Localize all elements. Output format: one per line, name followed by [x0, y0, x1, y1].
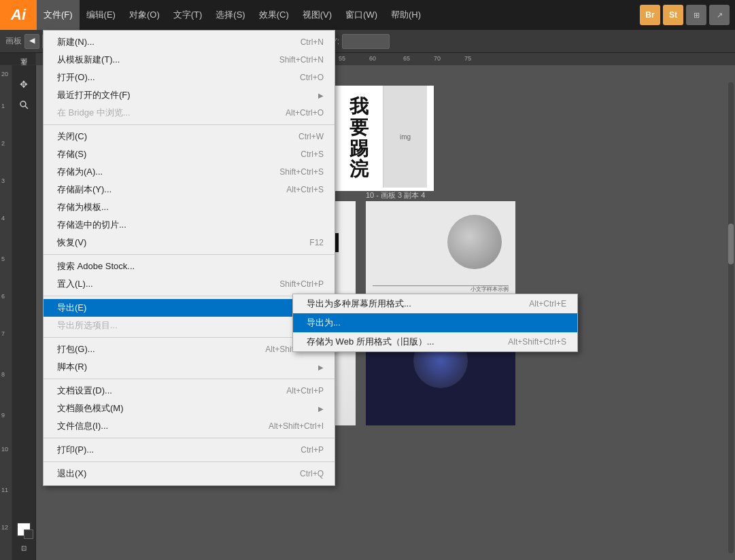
menu-section-docsettings: 文档设置(D)... Alt+Ctrl+P 文档颜色模式(M) ▶ 文件信息(I… — [44, 379, 335, 438]
mi-export[interactable]: 导出(E) ▶ — [44, 299, 335, 317]
mi-open[interactable]: 打开(O)... Ctrl+O — [44, 69, 335, 86]
emi-saveweb-label: 存储为 Web 所用格式（旧版）... — [307, 336, 508, 348]
mi-docsetup-shortcut: Alt+Ctrl+P — [286, 386, 324, 396]
artboard-10: 10 - 画板 3 副本 4 小文字样本示例 — [366, 201, 515, 307]
emi-export-as[interactable]: 导出为... — [293, 313, 577, 332]
tool-hand[interactable]: ✥ — [14, 75, 33, 94]
mi-new-template-shortcut: Shift+Ctrl+N — [279, 55, 324, 65]
vruler-label6: 5 — [1, 256, 5, 262]
menu-section-new: 新建(N)... Ctrl+N 从模板新建(T)... Shift+Ctrl+N… — [44, 31, 335, 125]
artboard-10-label: 10 - 画板 3 副本 4 — [366, 190, 425, 200]
artboard-prev-btn[interactable]: ◀ — [24, 34, 39, 49]
mi-browse-bridge[interactable]: 在 Bridge 中浏览... Alt+Ctrl+O — [44, 104, 335, 122]
emi-screens-label: 导出为多种屏幕所用格式... — [307, 298, 529, 310]
vruler-label5: 4 — [1, 215, 5, 222]
emi-screens-shortcut: Alt+Ctrl+E — [529, 299, 566, 309]
workspace-icon-btn[interactable]: ⊞ — [686, 5, 706, 25]
ruler-tick-label13: 70 — [434, 55, 441, 62]
mi-place[interactable]: 置入(L)... Shift+Ctrl+P — [44, 275, 335, 293]
mi-close-shortcut: Ctrl+W — [298, 132, 324, 141]
mi-revert[interactable]: 恢复(V) F12 — [44, 234, 335, 251]
menu-section-quit: 退出(X) Ctrl+Q — [44, 462, 335, 485]
menu-object[interactable]: 对象(O) — [122, 0, 167, 30]
mi-package[interactable]: 打包(G)... Alt+Shift+Ctrl+P — [44, 340, 335, 358]
mi-scripts[interactable]: 脚本(R) ▶ — [44, 358, 335, 376]
menu-file[interactable]: 文件(F) — [37, 0, 80, 30]
ruler-tick-label14: 75 — [464, 55, 471, 62]
mi-recent[interactable]: 最近打开的文件(F) ▶ — [44, 86, 335, 104]
mi-quit-shortcut: Ctrl+Q — [300, 469, 324, 478]
stroke-fill-tool[interactable] — [16, 522, 31, 537]
mi-recent-arrow: ▶ — [318, 92, 324, 99]
mi-color-mode[interactable]: 文档颜色模式(M) ▶ — [44, 400, 335, 417]
mi-file-info[interactable]: 文件信息(I)... Alt+Shift+Ctrl+I — [44, 417, 335, 435]
mi-new[interactable]: 新建(N)... Ctrl+N — [44, 33, 335, 51]
mi-colormode-label: 文档颜色模式(M) — [57, 402, 318, 415]
ab07-right-img: img — [383, 86, 430, 191]
menu-section-print: 打印(P)... Ctrl+P — [44, 438, 335, 462]
mi-recent-label: 最近打开的文件(F) — [57, 89, 318, 101]
mi-saveslices-label: 存储选中的切片... — [57, 219, 310, 231]
mi-save-copy[interactable]: 存储副本(Y)... Alt+Ctrl+S — [44, 181, 335, 198]
menu-help[interactable]: 帮助(H) — [384, 0, 428, 30]
y-input[interactable] — [342, 34, 390, 49]
zoom-icon — [19, 100, 29, 109]
mi-save-template[interactable]: 存储为模板... — [44, 198, 335, 216]
mi-docsetup-label: 文档设置(D)... — [57, 385, 273, 397]
ruler-vertical: 20 1 2 3 4 5 6 7 8 9 10 11 12 — [0, 65, 12, 560]
vruler-label2: 1 — [1, 103, 5, 109]
scrollbar-v[interactable] — [728, 82, 734, 553]
vruler-label4: 3 — [1, 177, 5, 184]
menu-window[interactable]: 窗口(W) — [339, 0, 384, 30]
menu-bar-right: Br St ⊞ ↗ — [640, 5, 735, 25]
mi-package-label: 打包(G)... — [57, 343, 252, 355]
mi-savetemplate-label: 存储为模板... — [57, 201, 310, 213]
mi-print[interactable]: 打印(P)... Ctrl+P — [44, 441, 335, 459]
mi-saveas-shortcut: Shift+Ctrl+S — [279, 167, 324, 177]
bridge-icon-btn[interactable]: Br — [640, 5, 660, 25]
menu-select[interactable]: 选择(S) — [209, 0, 252, 30]
mi-doc-setup[interactable]: 文档设置(D)... Alt+Ctrl+P — [44, 382, 335, 400]
mi-save-label: 存储(S) — [57, 148, 287, 160]
vruler-label7: 6 — [1, 293, 5, 300]
ruler-tick-label12: 65 — [403, 55, 410, 62]
mi-savecopy-label: 存储副本(Y)... — [57, 183, 273, 196]
arrange-icon-btn[interactable]: ↗ — [709, 5, 730, 25]
view-mode-btn[interactable]: ⊡ — [14, 538, 33, 557]
mi-revert-label: 恢复(V) — [57, 237, 296, 249]
mi-quit[interactable]: 退出(X) Ctrl+Q — [44, 465, 335, 483]
mi-export-label: 导出(E) — [57, 302, 318, 314]
menu-view[interactable]: 视图(V) — [296, 0, 339, 30]
vruler-label13: 12 — [1, 524, 8, 531]
mi-savecopy-shortcut: Alt+Ctrl+S — [286, 185, 324, 194]
vruler-label9: 8 — [1, 371, 5, 378]
vruler-label8: 7 — [1, 330, 5, 337]
mi-export-selected[interactable]: 导出所选项目... — [44, 317, 335, 334]
menu-text[interactable]: 文字(T) — [167, 0, 209, 30]
ab10-small-text: 小文字样本示例 — [471, 285, 509, 293]
mi-close-label: 关闭(C) — [57, 130, 285, 143]
mi-close[interactable]: 关闭(C) Ctrl+W — [44, 128, 335, 145]
tool-zoom[interactable] — [14, 95, 33, 114]
mi-new-label: 新建(N)... — [57, 36, 287, 48]
menu-effect[interactable]: 效果(C) — [252, 0, 296, 30]
menu-section-save: 关闭(C) Ctrl+W 存储(S) Ctrl+S 存储为(A)... Shif… — [44, 125, 335, 255]
mi-new-shortcut: Ctrl+N — [301, 37, 324, 47]
mi-bridge-label: 在 Bridge 中浏览... — [57, 107, 272, 119]
mi-save-as[interactable]: 存储为(A)... Shift+Ctrl+S — [44, 163, 335, 181]
emi-export-screens[interactable]: 导出为多种屏幕所用格式... Alt+Ctrl+E — [293, 294, 577, 313]
mi-new-from-template[interactable]: 从模板新建(T)... Shift+Ctrl+N — [44, 51, 335, 69]
vruler-label10: 9 — [1, 412, 5, 419]
menu-bar: Ai 文件(F) 编辑(E) 对象(O) 文字(T) 选择(S) 效果(C) 视… — [0, 0, 735, 30]
mi-save-shortcut: Ctrl+S — [301, 150, 324, 159]
mi-save[interactable]: 存储(S) Ctrl+S — [44, 145, 335, 163]
mi-save-slices[interactable]: 存储选中的切片... — [44, 216, 335, 234]
menu-edit[interactable]: 编辑(E) — [80, 0, 122, 30]
stock-icon-btn[interactable]: St — [663, 5, 683, 25]
mi-search-stock[interactable]: 搜索 Adobe Stock... — [44, 258, 335, 275]
scrollbar-thumb-v[interactable] — [728, 224, 734, 264]
emi-save-web[interactable]: 存储为 Web 所用格式（旧版）... Alt+Shift+Ctrl+S — [293, 332, 577, 351]
menu-section-search: 搜索 Adobe Stock... 置入(L)... Shift+Ctrl+P — [44, 255, 335, 296]
sidebar-label-立体: 立体工 — [19, 68, 29, 73]
mi-colormode-arrow: ▶ — [318, 405, 324, 413]
